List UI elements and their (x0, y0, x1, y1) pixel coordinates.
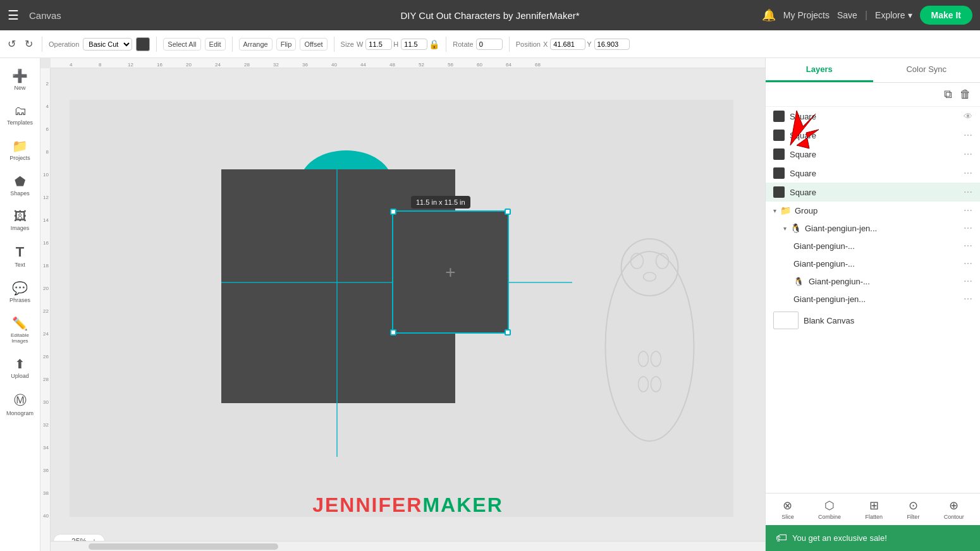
handle-topleft[interactable] (390, 209, 396, 215)
operation-select[interactable]: Basic Cut (83, 38, 132, 51)
layer-more-square3[interactable]: ⋯ (964, 149, 972, 159)
sidebar-item-new[interactable]: ➕ New (3, 63, 38, 96)
layer-name-square2: Square (790, 131, 959, 140)
blank-canvas-item[interactable]: Blank Canvas (766, 308, 980, 333)
canvas-content[interactable]: + 11.5 in x 11.5 in (51, 68, 765, 536)
subitem-more-3[interactable]: ⋯ (964, 276, 972, 286)
color-swatch[interactable] (136, 37, 150, 51)
notification-icon[interactable]: 🔔 (762, 8, 776, 22)
sidebar-item-shapes[interactable]: ⬟ Shapes (3, 169, 38, 202)
sidebar-item-monogram[interactable]: Ⓜ Monogram (3, 387, 38, 421)
sidebar-item-phrases[interactable]: 💬 Phrases (3, 276, 38, 308)
handle-bottomright[interactable] (505, 329, 511, 336)
layer-more-square4[interactable]: ⋯ (964, 168, 972, 178)
tab-color-sync[interactable]: Color Sync (873, 58, 981, 82)
subitem-name-2: Giant-pengiun-... (793, 259, 959, 269)
sidebar-item-templates[interactable]: 🗂 Templates (3, 99, 38, 131)
subitem-name-3: Giant-pengiun-... (809, 277, 959, 286)
combine-tool[interactable]: ⬡ Combine (818, 499, 841, 520)
subgroup-header[interactable]: ▾ 🐧 Giant-pengiun-jen... ⋯ (766, 219, 980, 237)
explore-link[interactable]: Explore ▾ (875, 10, 912, 20)
sale-banner[interactable]: 🏷 You get an exclusive sale! (766, 525, 980, 551)
group-more[interactable]: ⋯ (964, 205, 972, 215)
subitem-2[interactable]: Giant-pengiun-... ⋯ (766, 255, 980, 272)
crossline-vertical (336, 169, 338, 457)
shape-square-selected[interactable]: + (392, 210, 509, 334)
plus-icon: + (445, 262, 455, 282)
contour-tool[interactable]: ⊕ Contour (944, 499, 964, 520)
offset-button[interactable]: Offset (300, 38, 327, 51)
flatten-tool[interactable]: ⊞ Flatten (865, 499, 883, 520)
y-input[interactable] (594, 39, 630, 50)
layer-name-square3: Square (790, 150, 959, 159)
shapes-icon: ⬟ (15, 174, 25, 189)
page-title: DIY Cut Out Characters by JenniferMaker* (400, 10, 579, 21)
handle-bottomleft[interactable] (390, 329, 396, 336)
watermark: JENNIFERMAKER (312, 493, 503, 517)
svg-point-8 (651, 377, 661, 392)
toolbar-divider-1 (42, 37, 42, 52)
combine-icon: ⬡ (824, 499, 835, 512)
right-tabs: Layers Color Sync (766, 58, 980, 83)
layer-item-square4[interactable]: Square ⋯ (766, 164, 980, 183)
layer-item-square1[interactable]: Square 👁 (766, 107, 980, 126)
group-name: Group (795, 206, 960, 215)
layer-visibility-square1[interactable]: 👁 (964, 111, 972, 121)
watermark-maker: MAKER (422, 493, 503, 516)
monogram-icon: Ⓜ (14, 392, 27, 409)
sidebar-item-projects[interactable]: 📁 Projects (3, 133, 38, 166)
subgroup-more[interactable]: ⋯ (964, 223, 972, 233)
lock-icon[interactable]: 🔒 (429, 39, 439, 49)
redo-button[interactable]: ↻ (22, 35, 35, 52)
width-input[interactable] (365, 39, 392, 50)
rotate-label: Rotate (453, 40, 473, 48)
svg-point-6 (651, 351, 661, 366)
horizontal-scrollbar[interactable] (51, 541, 765, 551)
hamburger-icon[interactable]: ☰ (8, 8, 19, 23)
layer-item-square2[interactable]: Square ⋯ (766, 126, 980, 145)
subitem-3[interactable]: 🐧 Giant-pengiun-... ⋯ (766, 272, 980, 290)
rotate-input[interactable] (476, 39, 503, 50)
toolbar-divider-2 (156, 37, 157, 52)
slice-tool[interactable]: ⊗ Slice (781, 499, 794, 520)
canvas-area[interactable]: 4 8 12 16 20 24 28 32 36 40 44 48 52 56 … (40, 58, 765, 551)
my-projects-link[interactable]: My Projects (783, 10, 830, 20)
tab-layers[interactable]: Layers (766, 58, 873, 82)
sidebar-item-images[interactable]: 🖼 Images (3, 204, 38, 236)
delete-layer-button[interactable]: 🗑 (959, 87, 972, 102)
flip-button[interactable]: Flip (276, 38, 297, 51)
subitem-4[interactable]: Giant-pengiun-jen... ⋯ (766, 290, 980, 308)
duplicate-layer-button[interactable]: ⧉ (943, 87, 953, 102)
bottom-toolbar: ⊗ Slice ⬡ Combine ⊞ Flatten ⊙ Filter ⊕ C… (766, 493, 980, 525)
filter-tool[interactable]: ⊙ Filter (907, 499, 919, 520)
handle-topright[interactable] (505, 209, 511, 215)
layer-group-header[interactable]: ▾ 📁 Group ⋯ (766, 202, 980, 219)
edit-button[interactable]: Edit (205, 38, 226, 51)
sidebar-label-new: New (14, 85, 25, 91)
arrange-button[interactable]: Arrange (239, 38, 273, 51)
subitem-more-4[interactable]: ⋯ (964, 294, 972, 304)
svg-point-7 (639, 377, 649, 392)
layer-item-square5[interactable]: Square ⋯ (766, 183, 980, 202)
subgroup-arrow-icon: ▾ (783, 225, 787, 232)
undo-button[interactable]: ↺ (5, 35, 18, 52)
penguin-svg (601, 233, 699, 460)
make-it-button[interactable]: Make It (920, 6, 972, 25)
x-input[interactable] (550, 39, 585, 50)
sidebar-label-projects: Projects (9, 155, 30, 161)
sidebar-item-editable-images[interactable]: ✏️ Editable Images (3, 311, 38, 349)
save-button[interactable]: Save (837, 10, 857, 20)
subitem-1[interactable]: Giant-pengiun-... ⋯ (766, 237, 980, 255)
select-all-button[interactable]: Select All (163, 38, 200, 51)
layer-more-square5[interactable]: ⋯ (964, 187, 972, 197)
operation-label: Operation (49, 40, 79, 48)
layer-item-square3[interactable]: Square ⋯ (766, 145, 980, 164)
subitem-more-2[interactable]: ⋯ (964, 258, 972, 269)
height-input[interactable] (401, 39, 427, 50)
sidebar-item-upload[interactable]: ⬆ Upload (3, 351, 38, 384)
layer-more-square2[interactable]: ⋯ (964, 130, 972, 140)
subitem-more-1[interactable]: ⋯ (964, 241, 972, 251)
sidebar-item-text[interactable]: T Text (3, 239, 38, 273)
penguin-shape[interactable] (601, 233, 699, 460)
sidebar-label-images: Images (11, 225, 30, 231)
